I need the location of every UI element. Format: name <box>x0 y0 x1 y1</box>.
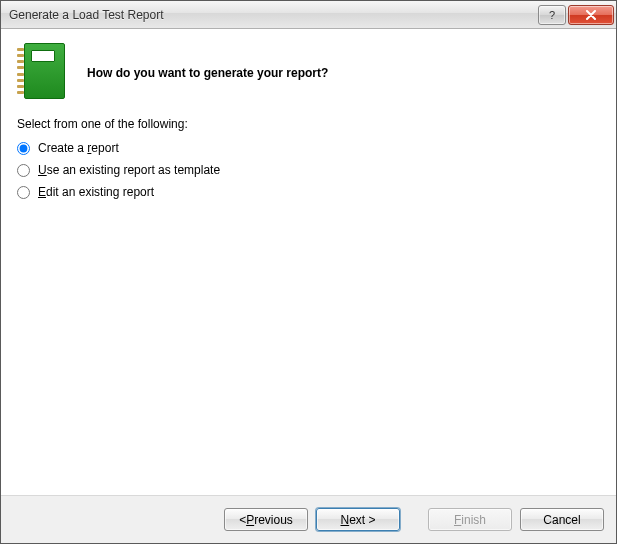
help-icon: ? <box>549 9 555 21</box>
radio-use-template[interactable] <box>17 164 30 177</box>
option-label: Create a report <box>38 141 119 155</box>
option-edit-report[interactable]: Edit an existing report <box>17 185 600 199</box>
option-create-report[interactable]: Create a report <box>17 141 600 155</box>
close-icon <box>585 10 597 20</box>
wizard-dialog: Generate a Load Test Report ? How do you… <box>0 0 617 544</box>
radio-create-report[interactable] <box>17 142 30 155</box>
option-label: Use an existing report as template <box>38 163 220 177</box>
cancel-button[interactable]: Cancel <box>520 508 604 531</box>
radio-edit-report[interactable] <box>17 186 30 199</box>
close-button[interactable] <box>568 5 614 25</box>
help-button[interactable]: ? <box>538 5 566 25</box>
option-label: Edit an existing report <box>38 185 154 199</box>
next-button[interactable]: Next > <box>316 508 400 531</box>
wizard-heading: How do you want to generate your report? <box>87 62 328 80</box>
wizard-footer: < Previous Next > Finish Cancel <box>1 495 616 543</box>
titlebar: Generate a Load Test Report ? <box>1 1 616 29</box>
wizard-header: How do you want to generate your report? <box>1 29 616 117</box>
option-use-template[interactable]: Use an existing report as template <box>17 163 600 177</box>
options-group: Create a report Use an existing report a… <box>17 141 600 199</box>
titlebar-buttons: ? <box>538 5 614 25</box>
prompt-text: Select from one of the following: <box>17 117 600 131</box>
window-title: Generate a Load Test Report <box>9 8 538 22</box>
finish-button: Finish <box>428 508 512 531</box>
previous-button[interactable]: < Previous <box>224 508 308 531</box>
wizard-content: Select from one of the following: Create… <box>1 117 616 495</box>
report-icon <box>17 43 65 99</box>
